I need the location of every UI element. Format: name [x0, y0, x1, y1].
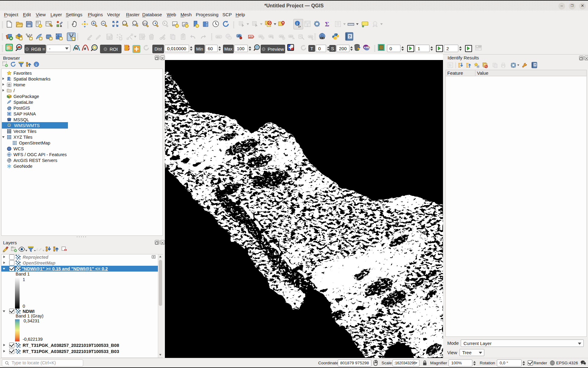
svg-text:?: ? [534, 63, 536, 66]
svg-text:Σ: Σ [325, 20, 329, 28]
svg-text:KML: KML [364, 46, 370, 49]
svg-text:abc: abc [217, 36, 221, 38]
svg-text:abc: abc [270, 35, 273, 38]
svg-text:abc: abc [249, 36, 254, 39]
svg-text:σ: σ [84, 46, 86, 51]
svg-text:1:1: 1:1 [143, 22, 147, 25]
svg-text:a: a [60, 24, 62, 28]
svg-text:?: ? [349, 35, 351, 39]
svg-text:abc: abc [289, 35, 293, 38]
svg-text:ε: ε [36, 247, 38, 252]
svg-text:V: V [8, 153, 10, 156]
svg-text:%: % [75, 46, 78, 51]
svg-text:i: i [36, 63, 37, 66]
